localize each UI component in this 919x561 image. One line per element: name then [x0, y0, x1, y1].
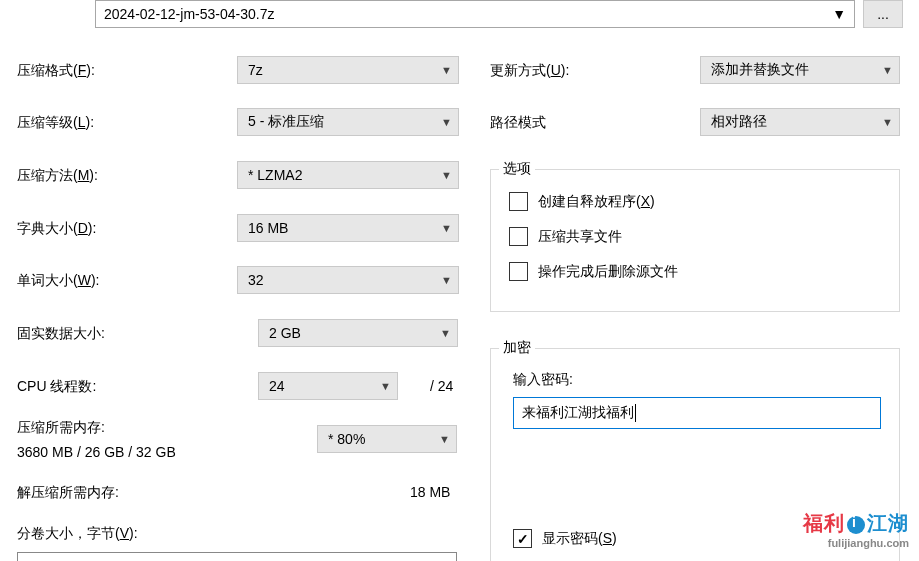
word-combo-value: 32: [248, 272, 264, 288]
format-combo[interactable]: 7z ▼: [237, 56, 459, 84]
mem-compress-value: 3680 MB / 26 GB / 32 GB: [17, 444, 176, 460]
format-label: 压缩格式(F):: [17, 62, 95, 80]
mem-compress-label: 压缩所需内存:: [17, 419, 105, 437]
shared-checkbox[interactable]: [509, 227, 528, 246]
level-label: 压缩等级(L):: [17, 114, 94, 132]
split-combo[interactable]: ▼: [17, 552, 457, 561]
update-combo-value: 添加并替换文件: [711, 61, 809, 79]
word-combo[interactable]: 32 ▼: [237, 266, 459, 294]
mem-compress-pct-value: * 80%: [328, 431, 365, 447]
method-combo-value: * LZMA2: [248, 167, 302, 183]
chevron-down-icon: ▼: [441, 274, 452, 286]
text-cursor: [635, 404, 636, 422]
password-label: 输入密码:: [513, 371, 881, 389]
delete-after-checkbox-label: 操作完成后删除源文件: [538, 263, 678, 281]
password-field[interactable]: 来福利江湖找福利: [513, 397, 881, 429]
threads-combo[interactable]: 24 ▼: [258, 372, 398, 400]
chevron-down-icon: ▼: [882, 116, 893, 128]
browse-button[interactable]: ...: [863, 0, 903, 28]
sfx-checkbox-label: 创建自释放程序(X): [538, 193, 655, 211]
level-combo[interactable]: 5 - 标准压缩 ▼: [237, 108, 459, 136]
shared-checkbox-row[interactable]: 压缩共享文件: [509, 227, 881, 246]
word-label: 单词大小(W):: [17, 272, 99, 290]
browse-button-label: ...: [877, 6, 889, 22]
path-combo-value: 相对路径: [711, 113, 767, 131]
mem-compress-pct-combo[interactable]: * 80% ▼: [317, 425, 457, 453]
method-combo[interactable]: * LZMA2 ▼: [237, 161, 459, 189]
threads-total: / 24: [430, 378, 453, 394]
solid-combo[interactable]: 2 GB ▼: [258, 319, 458, 347]
chevron-down-icon: ▼: [441, 64, 452, 76]
method-label: 压缩方法(M):: [17, 167, 98, 185]
mem-decompress-label: 解压缩所需内存:: [17, 484, 119, 502]
chevron-down-icon: ▼: [832, 6, 846, 22]
archive-filename-text: 2024-02-12-jm-53-04-30.7z: [104, 6, 274, 22]
level-combo-value: 5 - 标准压缩: [248, 113, 324, 131]
delete-after-checkbox-row[interactable]: 操作完成后删除源文件: [509, 262, 881, 281]
chevron-down-icon: ▼: [380, 380, 391, 392]
options-group-label: 选项: [499, 160, 535, 178]
dict-label: 字典大小(D):: [17, 220, 96, 238]
path-combo[interactable]: 相对路径 ▼: [700, 108, 900, 136]
split-label: 分卷大小，字节(V):: [17, 525, 138, 543]
options-group: 选项 创建自释放程序(X) 压缩共享文件 操作完成后删除源文件: [490, 169, 900, 312]
format-combo-value: 7z: [248, 62, 263, 78]
chevron-down-icon: ▼: [441, 222, 452, 234]
password-value: 来福利江湖找福利: [522, 404, 634, 422]
encrypt-group-label: 加密: [499, 339, 535, 357]
update-combo[interactable]: 添加并替换文件 ▼: [700, 56, 900, 84]
delete-after-checkbox[interactable]: [509, 262, 528, 281]
sfx-checkbox[interactable]: [509, 192, 528, 211]
solid-combo-value: 2 GB: [269, 325, 301, 341]
chevron-down-icon: ▼: [440, 327, 451, 339]
show-password-checkbox-label: 显示密码(S): [542, 530, 617, 548]
chevron-down-icon: ▼: [882, 64, 893, 76]
sfx-checkbox-row[interactable]: 创建自释放程序(X): [509, 192, 881, 211]
archive-filename-field[interactable]: 2024-02-12-jm-53-04-30.7z ▼: [95, 0, 855, 28]
watermark-logo: 福利i江湖 fulijianghu.com: [803, 510, 909, 549]
shared-checkbox-label: 压缩共享文件: [538, 228, 622, 246]
chevron-down-icon: ▼: [441, 116, 452, 128]
show-password-checkbox[interactable]: ✓: [513, 529, 532, 548]
dict-combo[interactable]: 16 MB ▼: [237, 214, 459, 242]
dict-combo-value: 16 MB: [248, 220, 288, 236]
threads-label: CPU 线程数:: [17, 378, 96, 396]
path-label: 路径模式: [490, 114, 546, 132]
chevron-down-icon: ▼: [439, 433, 450, 445]
solid-label: 固实数据大小:: [17, 325, 105, 343]
threads-combo-value: 24: [269, 378, 285, 394]
mem-decompress-value: 18 MB: [410, 484, 450, 500]
chevron-down-icon: ▼: [441, 169, 452, 181]
update-label: 更新方式(U):: [490, 62, 569, 80]
